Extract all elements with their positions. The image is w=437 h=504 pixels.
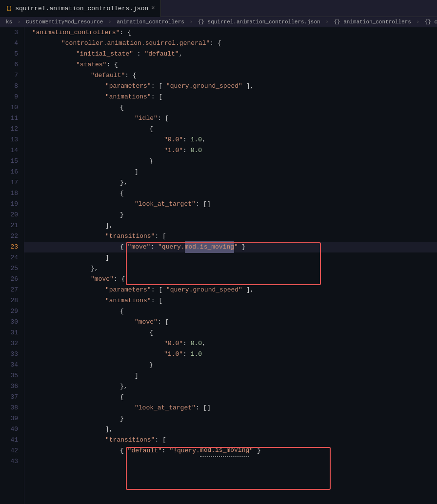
code-line-40: ], <box>24 424 437 435</box>
line-num-15: 15 <box>0 156 24 167</box>
line-num-17: 17 <box>0 177 24 188</box>
code-line-27: "parameters": [ "query.ground_speed" ], <box>24 285 437 295</box>
breadcrumb: ks › CustomEntityMod_resource › animatio… <box>0 17 437 27</box>
line-num-11: 11 <box>0 113 24 124</box>
code-line-4: "controller.animation.squirrel.general":… <box>24 38 437 49</box>
code-line-11: "idle": [ <box>24 113 437 124</box>
line-num-28: 28 <box>0 295 24 306</box>
code-line-12: { <box>24 124 437 135</box>
line-num-23: 23 <box>0 242 24 252</box>
code-line-32: "0.0": 0.0, <box>24 338 437 349</box>
line-num-34: 34 <box>0 360 24 370</box>
line-numbers: 3 4 5 6 7 8 9 10 11 12 13 14 15 16 17 18… <box>0 27 24 504</box>
code-line-5: "initial_state" : "default", <box>24 49 437 59</box>
editor-container: {} squirrel.animation_controllers.json ×… <box>0 0 437 504</box>
code-area: 3 4 5 6 7 8 9 10 11 12 13 14 15 16 17 18… <box>0 27 437 504</box>
code-line-20: } <box>24 210 437 220</box>
code-line-9: "animations": [ <box>24 92 437 102</box>
code-line-42: { "default": "!query.mod.is_moving" } <box>24 446 437 456</box>
file-tab[interactable]: {} squirrel.animation_controllers.json × <box>0 0 161 17</box>
code-line-25: }, <box>24 263 437 274</box>
line-num-39: 39 <box>0 413 24 424</box>
code-line-17: }, <box>24 177 437 188</box>
line-num-27: 27 <box>0 285 24 295</box>
line-num-33: 33 <box>0 349 24 360</box>
code-line-18: { <box>24 188 437 199</box>
tab-label: squirrel.animation_controllers.json <box>15 5 148 12</box>
line-num-32: 32 <box>0 338 24 349</box>
line-num-25: 25 <box>0 263 24 274</box>
code-line-24: ] <box>24 252 437 263</box>
line-num-41: 41 <box>0 435 24 446</box>
line-num-19: 19 <box>0 199 24 210</box>
code-line-15: } <box>24 156 437 167</box>
code-line-34: } <box>24 360 437 370</box>
code-line-35: ] <box>24 370 437 381</box>
code-line-31: { <box>24 328 437 338</box>
line-num-24: 24 <box>0 252 24 263</box>
code-line-36: }, <box>24 381 437 392</box>
code-line-30: "move": [ <box>24 317 437 328</box>
breadcrumb-part: CustomEntityMod_resource <box>26 19 103 25</box>
line-num-16: 16 <box>0 167 24 177</box>
code-line-7: "default": { <box>24 70 437 81</box>
line-num-14: 14 <box>0 145 24 156</box>
code-line-43 <box>24 456 437 467</box>
code-line-37: { <box>24 392 437 403</box>
line-num-42: 42 <box>0 446 24 456</box>
line-num-21: 21 <box>0 220 24 231</box>
line-num-31: 31 <box>0 328 24 338</box>
breadcrumb-part: animation_controllers <box>117 19 184 25</box>
line-num-30: 30 <box>0 317 24 328</box>
code-line-21: ], <box>24 220 437 231</box>
breadcrumb-part: {} controller.animation.squi <box>425 19 437 25</box>
line-num-3: 3 <box>0 27 24 38</box>
line-num-5: 5 <box>0 49 24 59</box>
code-content: "animation_controllers": { "controller.a… <box>24 27 437 504</box>
code-line-22: "transitions": [ <box>24 231 437 242</box>
code-line-29: { <box>24 306 437 317</box>
code-line-41: "transitions": [ <box>24 435 437 446</box>
line-num-38: 38 <box>0 403 24 413</box>
code-line-14: "1.0": 0.0 <box>24 145 437 156</box>
line-num-20: 20 <box>0 210 24 220</box>
line-num-18: 18 <box>0 188 24 199</box>
close-tab-button[interactable]: × <box>151 5 155 12</box>
code-line-39: } <box>24 413 437 424</box>
line-num-40: 40 <box>0 424 24 435</box>
line-num-8: 8 <box>0 81 24 92</box>
line-num-9: 9 <box>0 92 24 102</box>
line-num-22: 22 <box>0 231 24 242</box>
code-line-6: "states": { <box>24 59 437 70</box>
line-num-4: 4 <box>0 38 24 49</box>
code-line-23: { "move": "query.mod.is_moving" } <box>24 242 437 252</box>
line-num-43: 43 <box>0 456 24 467</box>
line-num-36: 36 <box>0 381 24 392</box>
code-line-3: "animation_controllers": { <box>24 27 437 38</box>
code-line-19: "look_at_target": [] <box>24 199 437 210</box>
line-num-26: 26 <box>0 274 24 285</box>
breadcrumb-part: ks <box>6 19 12 25</box>
code-line-38: "look_at_target": [] <box>24 403 437 413</box>
code-line-28: "animations": [ <box>24 295 437 306</box>
line-num-10: 10 <box>0 102 24 113</box>
code-line-33: "1.0": 1.0 <box>24 349 437 360</box>
code-line-26: "move": { <box>24 274 437 285</box>
code-line-10: { <box>24 102 437 113</box>
code-line-16: ] <box>24 167 437 177</box>
breadcrumb-part: {} squirrel.animation_controllers.json <box>198 19 320 25</box>
line-num-35: 35 <box>0 370 24 381</box>
code-line-8: "parameters": [ "query.ground_speed" ], <box>24 81 437 92</box>
tab-bar: {} squirrel.animation_controllers.json × <box>0 0 437 17</box>
line-num-7: 7 <box>0 70 24 81</box>
line-num-6: 6 <box>0 59 24 70</box>
line-num-29: 29 <box>0 306 24 317</box>
file-icon: {} <box>6 5 12 11</box>
code-line-13: "0.0": 1.0, <box>24 135 437 145</box>
line-num-13: 13 <box>0 135 24 145</box>
line-num-12: 12 <box>0 124 24 135</box>
line-num-37: 37 <box>0 392 24 403</box>
breadcrumb-part: {} animation_controllers <box>334 19 411 25</box>
